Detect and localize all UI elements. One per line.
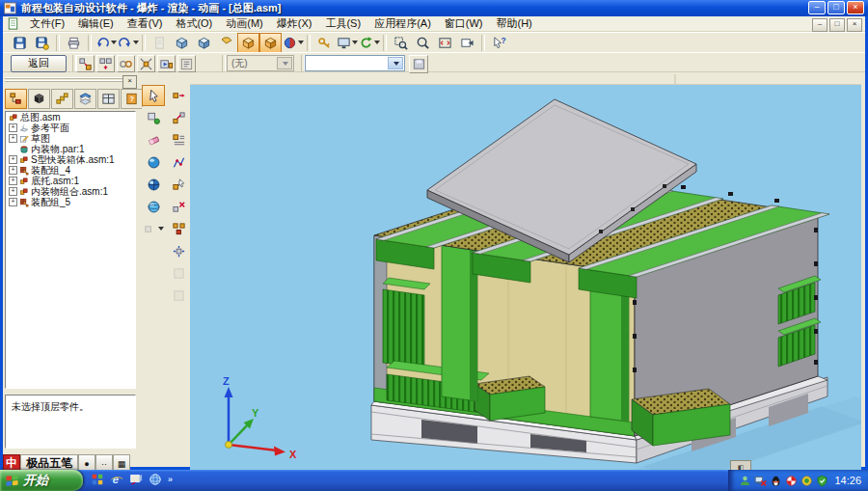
explode-extra-2-icon [172,288,186,303]
tab-family[interactable] [51,89,73,109]
open-document-button[interactable] [149,33,171,53]
menu-view[interactable]: 查看(V) [121,15,170,32]
explode-environment-button[interactable] [237,33,259,53]
activate-part-button[interactable] [142,107,165,128]
menu-applications[interactable]: 应用程序(A) [367,15,438,32]
edgebar-close-button[interactable]: × [122,75,137,89]
auto-explode-button[interactable] [76,55,95,72]
restore-button[interactable]: □ [827,1,845,14]
previous-view-button[interactable] [456,33,478,53]
select-tools-button[interactable] [313,33,336,53]
explode-group-button[interactable] [167,218,190,239]
explode-path-button[interactable] [167,151,190,173]
shading-mode-button[interactable] [282,33,304,53]
quick-launch-overflow[interactable]: » [168,475,173,484]
tree-item[interactable]: +装配组_5 [6,197,135,207]
tab-assembly-tree[interactable] [5,89,27,109]
unexplode-button[interactable] [137,55,155,72]
menu-file[interactable]: 文件(F) [23,15,71,32]
security-shield-icon[interactable] [816,475,828,487]
expander-icon[interactable]: + [9,198,17,206]
3d-canvas[interactable]: Z Y X [190,73,861,470]
group-icon [19,198,29,207]
bind-components-button[interactable] [117,55,135,72]
start-button[interactable]: 开始 [0,470,83,491]
menu-explode[interactable]: 爆炸(X) [270,15,319,32]
media-app-shortcut[interactable] [91,473,104,486]
explode-order-button[interactable] [167,129,190,150]
explode-extra-1-button[interactable] [167,262,190,284]
mdi-restore-button[interactable]: □ [829,18,845,32]
visible-edges-button[interactable] [142,196,165,217]
close-button[interactable]: × [847,1,864,14]
animation-select-combo[interactable] [305,55,405,71]
menu-window[interactable]: 窗口(W) [438,15,490,32]
show-desktop-shortcut[interactable] [129,473,143,486]
explode-move-button[interactable] [167,85,190,106]
tree-item[interactable]: +参考平面 [6,123,135,133]
panel-grip[interactable] [5,77,122,82]
display-settings-button[interactable] [336,33,358,53]
tree-item[interactable]: 总图.asm [6,112,135,123]
undo-button[interactable] [95,33,117,53]
tab-layers[interactable] [74,89,96,109]
expander-icon[interactable]: + [9,123,17,132]
more-tools-button[interactable] [142,218,165,239]
expander-icon[interactable]: + [9,177,17,185]
shaded-edges-button[interactable] [142,174,165,195]
refresh-view-button[interactable] [358,33,380,53]
help-select-button[interactable]: ? [488,33,510,53]
print-button[interactable] [63,33,85,53]
zoom-button[interactable] [412,33,434,53]
menu-animation[interactable]: 动画(M) [219,15,270,32]
zoom-area-button[interactable] [390,33,412,53]
explode-animate-button[interactable] [157,55,176,72]
back-button[interactable]: 返回 [11,55,67,72]
tab-parts-library[interactable] [28,89,50,109]
antivirus-icon[interactable] [785,475,798,487]
internet-explorer-shortcut[interactable]: e [110,473,123,486]
qq-icon[interactable] [770,475,782,487]
render-environment-button[interactable] [259,33,282,53]
shaded-view-button[interactable] [142,151,165,173]
minimize-button[interactable]: – [808,1,826,14]
mdi-minimize-button[interactable]: – [812,18,827,32]
network-globe-shortcut[interactable] [149,473,162,486]
select-tool-button[interactable] [142,85,165,106]
isometric-view-button[interactable] [171,33,193,53]
erase-button[interactable] [142,129,165,150]
assembly-icon [19,187,29,197]
save-config-button[interactable] [409,55,428,73]
save-button[interactable] [9,33,31,53]
explode-drag-button[interactable] [167,174,190,195]
expander-icon[interactable]: + [9,187,17,196]
tab-help[interactable]: ? [121,89,143,109]
expander-icon[interactable]: + [9,155,17,164]
fit-view-button[interactable] [434,33,456,53]
perspective-button[interactable] [215,33,237,53]
mdi-close-button[interactable]: × [847,18,862,32]
expander-icon[interactable]: + [9,134,17,143]
explode-collapse-button[interactable] [167,240,190,261]
dimetric-view-button[interactable] [193,33,215,53]
explode-config-combo[interactable]: (无) [227,55,294,71]
menu-format[interactable]: 格式(O) [169,15,219,32]
tab-select-tools[interactable] [97,89,120,109]
network-offline-icon[interactable] [754,475,767,487]
input-method-icon[interactable] [800,475,813,487]
explode-remove-button[interactable] [167,196,190,217]
manual-explode-button[interactable] [96,55,115,72]
save-as-button[interactable] [31,33,53,53]
menu-help[interactable]: 帮助(H) [490,15,539,32]
menu-tools[interactable]: 工具(S) [318,15,367,32]
user-status-icon[interactable] [739,475,751,487]
explode-settings-button[interactable] [177,55,196,72]
assembly-icon [19,155,29,165]
model-viewport[interactable]: Z Y X [190,73,861,470]
bottom-right-block[interactable] [632,389,730,446]
menu-edit[interactable]: 编辑(E) [71,15,121,32]
explode-extra-2-button[interactable] [167,285,190,306]
explode-spread-button[interactable] [167,107,190,128]
expander-icon[interactable]: + [9,166,17,175]
redo-button[interactable] [117,33,139,53]
